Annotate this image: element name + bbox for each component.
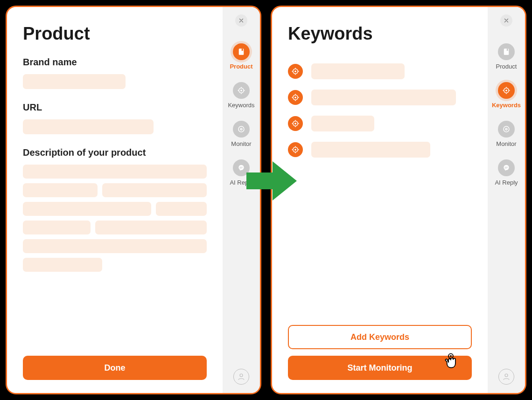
- user-icon: [237, 372, 245, 381]
- sidebar-item-label: Product: [496, 63, 517, 70]
- chat-icon: [498, 159, 515, 176]
- sidebar-item-label: Monitor: [231, 140, 251, 147]
- sidebar-item-label: AI Reply: [495, 179, 518, 186]
- product-panel: Product Brand name URL Description of yo…: [6, 6, 261, 394]
- svg-point-23: [506, 129, 507, 130]
- product-title: Product: [23, 24, 207, 44]
- svg-point-11: [294, 97, 296, 98]
- sidebar-item-label: Monitor: [496, 140, 516, 147]
- product-main: Product Brand name URL Description of yo…: [7, 7, 223, 393]
- sidebar-item-product[interactable]: Product: [496, 43, 517, 70]
- sidebar-item-label: Keywords: [228, 102, 254, 109]
- keywords-list: [288, 63, 472, 158]
- svg-point-5: [241, 129, 242, 130]
- eye-icon: [233, 121, 250, 138]
- url-label: URL: [23, 102, 207, 113]
- user-avatar[interactable]: [233, 369, 249, 385]
- description-input[interactable]: [23, 165, 207, 272]
- close-icon: [504, 18, 509, 23]
- sidebar-right: Product Keywords Monitor AI Reply: [488, 7, 525, 393]
- eye-icon: [498, 121, 515, 138]
- keyword-row[interactable]: [288, 142, 472, 158]
- target-icon: [288, 90, 303, 105]
- svg-point-13: [294, 123, 296, 124]
- bookmark-icon: [233, 43, 250, 60]
- sidebar-item-keywords[interactable]: Keywords: [492, 82, 521, 109]
- start-monitoring-button[interactable]: Start Monitoring: [288, 356, 472, 380]
- svg-point-24: [504, 165, 509, 170]
- sidebar-item-label: Product: [230, 63, 252, 70]
- keyword-row[interactable]: [288, 90, 472, 105]
- close-button[interactable]: [235, 14, 247, 27]
- target-icon: [288, 64, 303, 79]
- sidebar-item-monitor[interactable]: Monitor: [496, 121, 516, 147]
- target-icon: [233, 82, 250, 99]
- svg-point-6: [238, 165, 244, 170]
- keyword-row[interactable]: [288, 116, 472, 131]
- svg-point-25: [505, 374, 508, 377]
- sidebar-item-keywords[interactable]: Keywords: [228, 82, 254, 109]
- close-button[interactable]: [500, 14, 512, 27]
- bookmark-icon: [498, 43, 515, 60]
- svg-point-7: [240, 374, 243, 377]
- user-icon: [502, 372, 511, 381]
- keyword-row[interactable]: [288, 63, 472, 79]
- url-input[interactable]: [23, 119, 154, 134]
- keyword-placeholder: [311, 116, 374, 131]
- brand-label: Brand name: [23, 57, 207, 68]
- description-label: Description of your product: [23, 147, 207, 158]
- sidebar-item-monitor[interactable]: Monitor: [231, 121, 251, 147]
- keyword-placeholder: [311, 142, 430, 158]
- sidebar-item-label: Keywords: [492, 102, 521, 109]
- target-icon: [288, 142, 303, 157]
- svg-point-15: [294, 149, 296, 151]
- target-icon: [288, 116, 303, 131]
- svg-point-2: [240, 90, 242, 91]
- svg-point-9: [294, 70, 296, 72]
- svg-point-20: [505, 90, 507, 91]
- add-keywords-button[interactable]: Add Keywords: [288, 325, 472, 349]
- user-avatar[interactable]: [498, 369, 514, 385]
- keywords-title: Keywords: [288, 24, 472, 44]
- arrow-icon: [246, 159, 297, 203]
- close-icon: [238, 18, 244, 23]
- keyword-placeholder: [311, 90, 456, 105]
- sidebar-item-product[interactable]: Product: [230, 43, 252, 70]
- keywords-main: Keywords Add Keywords Start Monito: [272, 7, 488, 393]
- target-icon: [498, 82, 515, 99]
- keyword-placeholder: [311, 63, 405, 79]
- keywords-panel: Keywords Add Keywords Start Monito: [271, 6, 526, 394]
- brand-input[interactable]: [23, 74, 126, 89]
- done-button[interactable]: Done: [23, 356, 207, 380]
- sidebar-item-ai-reply[interactable]: AI Reply: [495, 159, 518, 186]
